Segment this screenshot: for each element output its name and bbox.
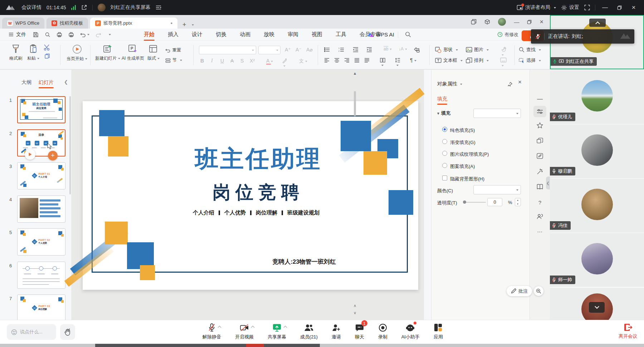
file-menu[interactable]: 文件 — [9, 31, 26, 38]
start-video-button[interactable]: 开启视频 — [235, 323, 254, 340]
align-center-button[interactable] — [334, 58, 340, 63]
share-export-icon[interactable] — [81, 4, 87, 11]
ribbon-tab-home[interactable]: 开始 — [143, 29, 155, 40]
magic-wand-icon[interactable] — [537, 168, 543, 175]
output-pdf-icon[interactable] — [68, 32, 74, 38]
slide-thumbnail-5[interactable]: 02 PART 02 个人优势 — [17, 228, 65, 256]
ribbon-tab-view[interactable]: 视图 — [311, 29, 323, 40]
shadow-button[interactable]: S — [240, 58, 244, 64]
fill-type-combo[interactable] — [473, 109, 521, 118]
panel-collapse-chevron[interactable]: ❮ — [64, 79, 68, 85]
transparency-spinner[interactable]: ▲ ▼ — [515, 198, 521, 206]
tab-docer-templates[interactable]: ✿ 找稻壳模板 — [47, 18, 88, 29]
annotate-button[interactable]: 批注 — [507, 286, 532, 296]
invite-button[interactable]: 邀请 — [332, 323, 341, 340]
arrange-button[interactable]: 排列 — [466, 57, 489, 64]
video-options-caret[interactable] — [251, 326, 254, 329]
superscript-button[interactable]: X² — [250, 58, 255, 64]
slide-layout-button[interactable]: 版式 — [147, 44, 160, 61]
settings-button[interactable]: 设置 — [561, 4, 579, 11]
radio-pattern-fill[interactable] — [442, 163, 447, 168]
share-options-caret[interactable] — [283, 326, 287, 329]
tab-presentation-file[interactable]: P 班导竞聘.pptx • — [90, 18, 177, 29]
ribbon-tab-design[interactable]: 设计 — [191, 29, 203, 40]
play-from-current-button[interactable]: 当页开始 — [67, 44, 87, 62]
ribbon-tab-tools[interactable]: 工具 — [335, 29, 347, 40]
quick-chat-input[interactable]: 说点什么... — [7, 324, 56, 340]
slide-canvas[interactable]: 班主任助理 岗位竞聘 个人介绍 个人优势 岗位理解 班级建设规划 竞聘人:23物… — [72, 69, 424, 320]
selection-pane-button[interactable] — [414, 47, 420, 53]
share-screen-button[interactable]: 共享屏幕 — [268, 323, 286, 340]
ai-generate-page-button[interactable]: P AI 生成单页 — [122, 44, 144, 61]
strikethrough-button[interactable]: A — [230, 58, 234, 64]
current-slide[interactable]: 班主任助理 岗位竞聘 个人介绍 个人优势 岗位理解 班级建设规划 竞聘人:23物… — [83, 101, 418, 290]
zoom-button[interactable] — [534, 286, 543, 296]
print-preview-icon[interactable] — [45, 32, 50, 38]
ribbon-tab-insert[interactable]: 插入 — [167, 29, 179, 40]
wps-minimize-button[interactable]: — — [514, 19, 519, 25]
properties-title-dropdown[interactable]: 对象属性 — [437, 81, 462, 87]
color-combo[interactable] — [473, 185, 521, 194]
copy-icon[interactable] — [44, 53, 50, 59]
radio-gradient-fill[interactable] — [442, 139, 447, 144]
format-painter-button[interactable]: 格式刷 — [9, 44, 22, 61]
italic-button[interactable]: I — [211, 58, 213, 64]
align-left-button[interactable] — [324, 58, 330, 63]
ribbon-tab-transition[interactable]: 切换 — [215, 29, 227, 40]
participant-tile[interactable] — [550, 288, 644, 320]
save-icon[interactable] — [33, 32, 39, 38]
select-button[interactable]: 选择 — [519, 57, 541, 64]
panel-resize-handle[interactable]: ❮ — [546, 177, 550, 189]
unmute-button[interactable]: 解除静音 — [203, 323, 221, 340]
record-button[interactable]: 录制 — [378, 323, 387, 340]
window-minimize-button[interactable]: — — [600, 3, 610, 12]
text-direction-button[interactable]: ↓A — [399, 46, 407, 51]
numbered-list-button[interactable]: 12 — [338, 47, 344, 52]
decrease-indent-button[interactable] — [353, 47, 358, 52]
workspace-cube-icon[interactable] — [484, 19, 490, 25]
checkbox-hide-background[interactable] — [442, 175, 447, 180]
participant-tile[interactable]: 冯佳 — [550, 179, 644, 233]
ribbon-search-icon[interactable] — [405, 31, 411, 38]
account-avatar[interactable] — [498, 18, 506, 26]
slide-thumbnail-1[interactable]: 班主任助理 岗位竞聘 — [17, 96, 65, 123]
distribute-button[interactable] — [364, 58, 370, 63]
tab-list-chevron-icon[interactable] — [192, 24, 194, 27]
font-color-button[interactable]: A — [266, 58, 273, 64]
thumbnail-add-button[interactable]: + — [48, 151, 58, 160]
fill-section-header[interactable]: ▼填充 — [436, 110, 450, 117]
expand-participants-button[interactable] — [589, 302, 605, 313]
participant-tile[interactable]: 师一帅 — [550, 233, 644, 287]
window-maximize-button[interactable] — [615, 3, 624, 12]
contacts-icon[interactable] — [537, 213, 543, 219]
raise-hand-button[interactable] — [60, 324, 75, 340]
font-family-combo[interactable] — [199, 46, 256, 54]
wps-restore-button[interactable] — [527, 20, 532, 24]
columns-button[interactable] — [380, 58, 385, 68]
picture-button[interactable]: 图片 — [466, 46, 489, 53]
effects-star-icon[interactable] — [537, 122, 543, 129]
chat-button[interactable]: 1 聊天 — [355, 323, 364, 340]
shapes-button[interactable]: 形状 — [435, 46, 458, 53]
outline-tab[interactable]: 大纲 — [21, 79, 31, 86]
reference-book-icon[interactable] — [537, 184, 543, 190]
more-tools-icon[interactable]: ⋯ — [537, 229, 543, 235]
animation-pane-icon[interactable] — [537, 138, 543, 144]
phonetic-guide-button[interactable]: 文 — [299, 58, 307, 64]
new-slide-button[interactable]: 新建幻灯片 — [95, 44, 120, 61]
increase-font-button[interactable]: A⁺ — [285, 47, 291, 53]
wps-close-button[interactable]: × — [540, 18, 543, 26]
wps-ai-button[interactable]: WPS AI — [368, 31, 394, 38]
smart-features-icon[interactable] — [537, 153, 543, 159]
char-spacing-button[interactable]: ab — [384, 46, 392, 51]
new-tab-button[interactable]: + — [182, 21, 186, 29]
textbox-button[interactable]: 文本框 — [435, 57, 463, 64]
justify-button[interactable] — [354, 58, 360, 63]
slide-thumbnail-3[interactable]: 01 PART 01 个人介绍 — [17, 162, 65, 189]
paragraph-mark-button[interactable]: ¶ — [410, 57, 416, 63]
slide-thumbnail-6[interactable] — [17, 262, 65, 289]
panel-collapse-button[interactable] — [589, 19, 606, 27]
canvas-scroll-thumb[interactable] — [354, 91, 356, 116]
paste-button[interactable]: 粘贴 — [27, 44, 39, 61]
meeting-details-link[interactable]: 会议详情 — [21, 4, 42, 11]
